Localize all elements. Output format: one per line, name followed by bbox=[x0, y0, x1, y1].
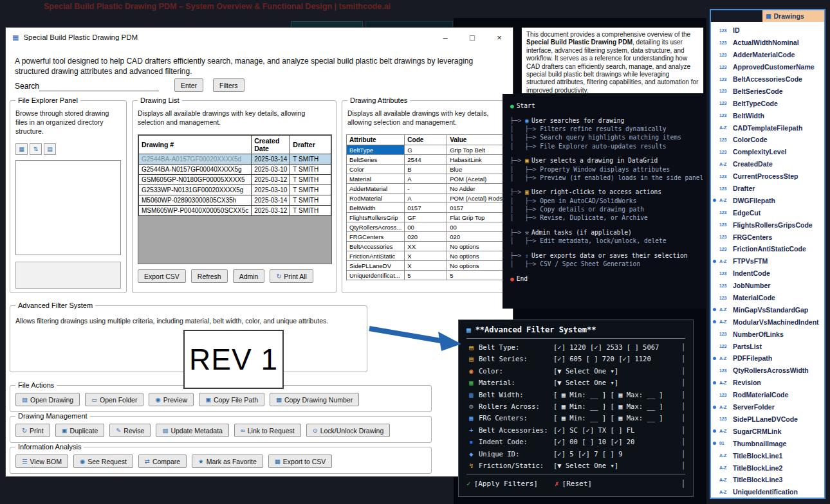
enter-button[interactable]: Enter bbox=[174, 78, 203, 92]
drawing-list-button[interactable]: Refresh bbox=[191, 269, 228, 283]
field-row[interactable]: 123 EdgeCut bbox=[719, 206, 822, 219]
field-row[interactable]: 123 ID bbox=[719, 24, 822, 37]
field-row[interactable]: A-Z CADTemplateFilepath bbox=[719, 122, 822, 134]
explorer-view-button[interactable]: ⇅ bbox=[30, 143, 42, 155]
field-row[interactable]: 123 MaterialCode bbox=[719, 292, 822, 304]
action-button[interactable]: ▭ Open Folder bbox=[85, 393, 143, 406]
filter-row[interactable]: ◆ Unique ID: [✓] 5 [✓] 7 [ ] 9 │ bbox=[466, 448, 685, 460]
field-row[interactable]: A-Z UniqueIdentification bbox=[719, 486, 822, 498]
field-row[interactable]: 123 RodMaterialCode bbox=[719, 389, 822, 401]
field-row[interactable]: A-Z ModularVsMachinedIndent bbox=[719, 316, 822, 328]
search-input[interactable] bbox=[39, 78, 159, 91]
field-row[interactable]: 123 BeltAccessoriesCode bbox=[719, 73, 822, 86]
field-row[interactable]: 123 NumberOfLinks bbox=[719, 328, 822, 340]
attribute-row[interactable]: UniqueIdentificat... 5 5 bbox=[347, 271, 506, 280]
action-button[interactable]: ◉ See Request bbox=[73, 455, 133, 468]
maximize-button[interactable]: □ bbox=[459, 28, 486, 47]
action-button[interactable]: ▦ Copy Drawing Number bbox=[270, 393, 359, 406]
attribute-row[interactable]: BeltType G Grip Top Belt bbox=[347, 145, 506, 155]
filter-row[interactable]: ▦ Material: [▼ Select One ▾] │ bbox=[466, 377, 685, 388]
field-row[interactable]: 123 FrictionAntiStaticCode bbox=[719, 243, 822, 255]
field-row[interactable]: 123 QtyRollersAcrossWidth bbox=[719, 364, 822, 377]
action-button[interactable]: ☰ View BOM bbox=[15, 455, 68, 468]
field-row[interactable]: A-Z Revision bbox=[719, 377, 822, 389]
attribute-row[interactable]: BeltAccessories XX No options bbox=[347, 242, 506, 251]
filter-row[interactable]: ◉ Color: [▼ Select One ▾] │ bbox=[466, 365, 685, 377]
field-row[interactable]: A-Z TitleBlockLine3 bbox=[719, 474, 822, 486]
action-button[interactable]: ▤ Open Drawing bbox=[15, 393, 80, 406]
filter-row[interactable]: + Belt Accessories: [✓] SC [✓] TX [ ] FL… bbox=[466, 424, 685, 436]
action-button[interactable]: ▣ Copy File Path bbox=[199, 393, 264, 406]
field-row[interactable]: 123 IndentCode bbox=[719, 267, 822, 280]
field-row[interactable]: A-Z SugarCRMLink bbox=[719, 425, 822, 437]
action-button[interactable]: ★ Mark as Favorite bbox=[192, 455, 263, 468]
filter-row[interactable]: ▤ Belt Series: [✓] 605 [ ] 720 [✓] 1120 … bbox=[466, 353, 685, 364]
filter-row[interactable]: ▤ Belt Type: [✓] 1220 [✓] 2533 [ ] 5067 … bbox=[466, 341, 685, 353]
attribute-row[interactable]: RodMaterial A POM (Acetal) Rods bbox=[347, 194, 506, 203]
attribute-row[interactable]: FlightsRollersGrip GF Flat Grip Top bbox=[347, 213, 506, 222]
field-row[interactable]: A-Z TitleBlockLine2 bbox=[719, 462, 822, 474]
field-row[interactable]: 123 ActualWidthNominal bbox=[719, 37, 822, 49]
field-row[interactable]: A-Z PDFFilepath bbox=[719, 352, 822, 364]
field-row[interactable]: 123 Drafter bbox=[719, 183, 822, 195]
filter-row[interactable]: ▪ Indent Code: [✓] 00 [ ] 10 [✓] 20 │ bbox=[466, 436, 685, 447]
field-row[interactable]: A-Z TitleBlockLine1 bbox=[719, 449, 822, 462]
field-row[interactable]: 123 ApprovedCustomerName bbox=[719, 61, 822, 73]
filter-row[interactable]: ▦ FRG Centers: [ ▦ Min: __ ] [ ▦ Max: __… bbox=[466, 412, 685, 424]
explorer-view-button[interactable]: ▦ bbox=[15, 143, 28, 155]
reset-button[interactable]: ✗ [Reset] bbox=[555, 480, 592, 488]
drawing-row[interactable]: G2533WP-N0131GF00020XXXX5g 2025-03-10 T … bbox=[139, 185, 331, 195]
field-row[interactable]: 123 ColorCode bbox=[719, 134, 822, 146]
apply-filters-button[interactable]: ✓ [Apply Filters] bbox=[466, 480, 538, 488]
drawing-row[interactable]: GSM605GP-N0180GF00005XXXX5 2025-03-12 T … bbox=[139, 175, 331, 185]
drawing-row[interactable]: MSM605WP-P00400X00050SCXX5c 2025-03-12 T… bbox=[139, 206, 331, 216]
attribute-row[interactable]: Material A POM (Acetal) bbox=[347, 174, 506, 184]
action-button[interactable]: ✎ Revise bbox=[109, 424, 151, 437]
attribute-row[interactable]: FrictionAntiStatic X No options bbox=[347, 251, 506, 261]
field-row[interactable]: A-Z MinGapVsStandardGap bbox=[719, 303, 822, 316]
attribute-row[interactable]: FRGCenters 020 020 bbox=[347, 232, 506, 242]
attribute-row[interactable]: QtyRollersAcross... 00 00 bbox=[347, 222, 506, 232]
attribute-row[interactable]: Color B Blue bbox=[347, 165, 506, 174]
field-row[interactable]: 123 CurrentProcessStep bbox=[719, 170, 822, 183]
minimize-button[interactable]: – bbox=[432, 28, 459, 47]
field-row[interactable]: 123 BeltWidth bbox=[719, 109, 822, 122]
action-button[interactable]: ▤ Update Metadata bbox=[156, 424, 229, 437]
close-button[interactable]: × bbox=[486, 28, 513, 47]
action-button[interactable]: ∞ Link to Request bbox=[234, 424, 301, 437]
directory-tree[interactable] bbox=[15, 160, 121, 255]
drawing-list-button[interactable]: ↻ Print All bbox=[270, 269, 313, 283]
filter-row[interactable]: ↯ Friction/Static: [▼ Select One ▾] │ bbox=[466, 460, 685, 471]
filters-button[interactable]: Filters bbox=[213, 78, 244, 92]
action-button[interactable]: ⊙ Lock/Unlock Drawing bbox=[306, 424, 391, 437]
field-row[interactable]: 123 FRGCenters bbox=[719, 231, 822, 243]
action-button[interactable]: ▣ Duplicate bbox=[55, 424, 105, 437]
action-button[interactable]: ▦ Export to CSV bbox=[268, 455, 333, 468]
drawings-tab[interactable]: ▦ Drawings bbox=[762, 10, 824, 22]
drawing-list-button[interactable]: Admin bbox=[233, 269, 265, 283]
filter-row[interactable]: ▥ Belt Width: [ ▦ Min: __ ] [ ▦ Max: __ … bbox=[466, 389, 685, 401]
field-row[interactable]: A-Z FTPVsFTM bbox=[719, 255, 822, 267]
drawing-row[interactable]: G2544BA-N0157GF00040XXXX5g 2025-03-10 T … bbox=[139, 165, 331, 175]
attribute-row[interactable]: BeltSeries 2544 HabasitLink bbox=[347, 155, 506, 165]
explorer-view-button[interactable]: ▤ bbox=[44, 143, 56, 155]
action-button[interactable]: ◉ Preview bbox=[149, 393, 194, 406]
drawing-row[interactable]: M5060WP-028903000805CX35h 2025-03-14 T S… bbox=[139, 195, 331, 206]
field-row[interactable]: A-Z DWGFilepath bbox=[719, 194, 822, 206]
field-row[interactable]: 123 FlightsRollersGripsCode bbox=[719, 219, 822, 231]
field-row[interactable]: A-Z ServerFolder bbox=[719, 401, 822, 413]
attribute-row[interactable]: SidePLLaneDV X No options bbox=[347, 261, 506, 271]
field-row[interactable]: 123 BeltTypeCode bbox=[719, 97, 822, 109]
field-row[interactable]: A-Z CreatedDate bbox=[719, 158, 822, 170]
field-row[interactable]: 123 ComplexityLevel bbox=[719, 146, 822, 158]
field-row[interactable]: 123 SidePLLaneDVCode bbox=[719, 413, 822, 426]
attribute-row[interactable]: AdderMaterial - No Adder bbox=[347, 184, 506, 194]
field-row[interactable]: 123 JobNumber bbox=[719, 280, 822, 292]
field-row[interactable]: 123 BeltSeriesCode bbox=[719, 85, 822, 97]
drawing-row[interactable]: G2544BA-A0157GF00020XXXX5d 2025-03-14 T … bbox=[139, 154, 331, 165]
filter-row[interactable]: ⚙ Rollers Across: [ ▦ Min: __ ] [ ▦ Max:… bbox=[466, 401, 685, 412]
attribute-row[interactable]: BeltWidth 0157 0157 bbox=[347, 203, 506, 213]
field-row[interactable]: 01 ThumbnailImage bbox=[719, 437, 822, 449]
action-button[interactable]: ↻ Print bbox=[15, 424, 50, 437]
action-button[interactable]: ⇄ Compare bbox=[138, 455, 187, 468]
